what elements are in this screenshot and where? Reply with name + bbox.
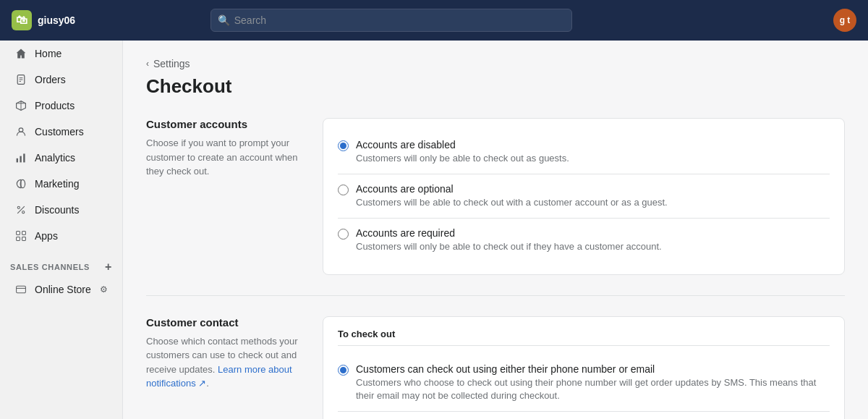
svg-rect-7 [17,158,18,163]
sales-channels-header: SALES CHANNELS + [0,253,122,276]
sidebar-label-marketing: Marketing [35,178,79,190]
sidebar-label-orders: Orders [35,74,66,85]
orders-icon [14,73,27,86]
breadcrumb-text: Settings [153,58,190,69]
radio-input-disabled[interactable] [338,140,349,151]
radio-desc-disabled: Customers will only be able to check out… [356,152,569,165]
sidebar-item-products[interactable]: Products [4,93,118,118]
sidebar-item-online-store[interactable]: Online Store ⚙ [4,277,118,302]
svg-rect-16 [17,237,20,241]
svg-rect-17 [22,237,26,241]
radio-desc-phone-or-email: Customers who choose to check out using … [356,376,830,402]
sidebar-item-customers[interactable]: Customers [4,119,118,144]
sidebar-item-home[interactable]: Home [4,41,118,66]
logo-icon: 🛍 [12,10,32,30]
svg-rect-8 [20,156,21,163]
section-desc-contact: Choose which contact methods your custom… [146,334,305,391]
apps-icon [14,229,27,242]
radio-label-disabled[interactable]: Accounts are disabled Customers will onl… [338,139,830,165]
search-icon: 🔍 [218,14,230,26]
username: giusy06 [38,14,75,26]
learn-more-link[interactable]: Learn more about notifications ↗ [146,364,292,389]
svg-point-11 [17,206,20,208]
sidebar: Home Orders Products Customers Analytics [0,41,123,419]
sidebar-item-marketing[interactable]: Marketing [4,172,118,196]
sidebar-item-orders[interactable]: Orders [4,67,118,92]
radio-input-required[interactable] [338,229,349,240]
online-store-icon [14,283,27,296]
section-right-accounts: Accounts are disabled Customers will onl… [323,118,845,275]
top-navigation: 🛍 giusy06 🔍 g t [0,0,868,41]
add-sales-channel-button[interactable]: + [105,261,112,274]
section-left-contact: Customer contact Choose which contact me… [146,316,305,419]
radio-item-accounts-optional: Accounts are optional Customers will be … [338,174,830,219]
sidebar-label-customers: Customers [35,126,84,137]
sidebar-item-analytics[interactable]: Analytics [4,145,118,170]
contact-radio-group: Customers can check out using either the… [338,355,830,419]
search-bar: 🔍 [210,9,572,32]
sales-channels-label: SALES CHANNELS [10,263,90,271]
search-input[interactable] [210,9,572,32]
radio-input-phone-or-email[interactable] [338,365,349,376]
section-left-accounts: Customer accounts Choose if you want to … [146,118,305,275]
radio-item-accounts-required: Accounts are required Customers will onl… [338,219,830,262]
radio-title-optional: Accounts are optional [356,183,668,195]
svg-line-13 [17,206,25,213]
section-right-contact: To check out Customers can check out usi… [323,316,845,419]
svg-rect-15 [22,232,26,235]
page-title: Checkout [146,75,845,98]
online-store-settings-icon[interactable]: ⚙ [100,284,108,295]
sidebar-label-apps: Apps [35,230,58,242]
analytics-icon [14,151,27,164]
home-icon [14,47,27,60]
radio-item-accounts-disabled: Accounts are disabled Customers will onl… [338,130,830,174]
radio-title-phone-or-email: Customers can check out using either the… [356,363,830,375]
main-content: ‹ Settings Checkout Customer accounts Ch… [123,41,868,419]
sidebar-item-apps[interactable]: Apps [4,224,118,248]
svg-rect-9 [23,153,25,162]
radio-label-optional[interactable]: Accounts are optional Customers will be … [338,183,830,209]
discounts-icon [14,203,27,216]
customer-contact-section: Customer contact Choose which contact me… [146,316,845,419]
radio-item-phone-or-email: Customers can check out using either the… [338,355,830,412]
radio-label-phone-or-email[interactable]: Customers can check out using either the… [338,363,830,402]
svg-rect-18 [17,286,26,293]
customer-accounts-section: Customer accounts Choose if you want to … [146,118,845,296]
svg-rect-14 [17,232,20,235]
sidebar-label-online-store: Online Store [35,284,91,295]
app-logo[interactable]: 🛍 giusy06 [12,10,75,30]
products-icon [14,99,27,112]
section-title-contact: Customer contact [146,316,305,329]
marketing-icon [14,177,27,190]
radio-item-email-only: Customers can only check out using email [338,412,830,419]
radio-input-optional[interactable] [338,185,349,195]
sidebar-label-analytics: Analytics [35,152,75,164]
radio-desc-optional: Customers will be able to check out with… [356,196,668,209]
svg-point-12 [22,211,25,213]
subsection-check-out: To check out Customers can check out usi… [338,329,830,419]
radio-desc-required: Customers will only be able to check out… [356,240,662,253]
avatar[interactable]: g t [833,9,856,32]
customers-icon [14,125,27,138]
section-desc-accounts: Choose if you want to prompt your custom… [146,136,305,179]
accounts-radio-group: Accounts are disabled Customers will onl… [338,130,830,263]
sidebar-item-discounts[interactable]: Discounts [4,198,118,222]
breadcrumb[interactable]: ‹ Settings [146,58,845,69]
sidebar-label-home: Home [35,48,61,59]
breadcrumb-arrow-icon: ‹ [146,59,149,69]
sidebar-label-discounts: Discounts [35,204,79,216]
sidebar-label-products: Products [35,100,75,111]
radio-title-disabled: Accounts are disabled [356,139,569,151]
subsection-title-check-out: To check out [338,329,830,346]
section-title-accounts: Customer accounts [146,118,305,130]
radio-label-required[interactable]: Accounts are required Customers will onl… [338,227,830,253]
radio-title-required: Accounts are required [356,227,662,239]
